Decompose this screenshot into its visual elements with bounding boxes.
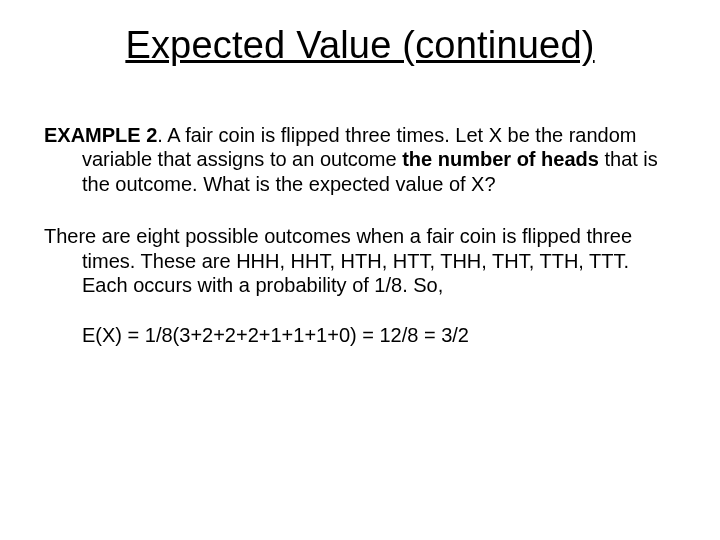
- slide-title: Expected Value (continued): [44, 24, 676, 67]
- example-label: EXAMPLE 2: [44, 124, 157, 146]
- explanation-paragraph: There are eight possible outcomes when a…: [44, 224, 676, 297]
- example-paragraph: EXAMPLE 2. A fair coin is flipped three …: [44, 123, 676, 196]
- example-bold-phrase: the number of heads: [402, 148, 599, 170]
- formula-line: E(X) = 1/8(3+2+2+2+1+1+1+0) = 12/8 = 3/2: [44, 323, 676, 347]
- slide: Expected Value (continued) EXAMPLE 2. A …: [0, 0, 720, 540]
